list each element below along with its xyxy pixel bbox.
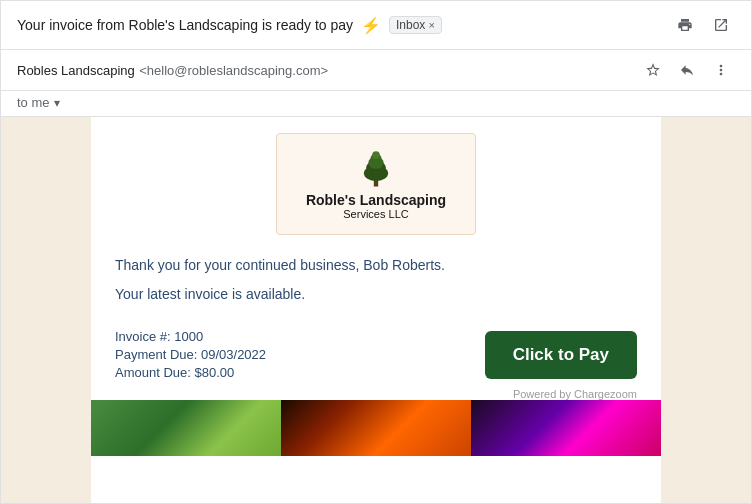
subject-row: Your invoice from Roble's Landscaping is… bbox=[17, 16, 671, 35]
amount-due: Amount Due: $80.00 bbox=[115, 365, 266, 380]
tree-icon bbox=[354, 148, 398, 192]
thumbnail-sign bbox=[471, 400, 661, 456]
more-button[interactable] bbox=[707, 56, 735, 84]
email-container: Your invoice from Roble's Landscaping is… bbox=[0, 0, 752, 504]
to-left: to me ▾ bbox=[17, 95, 60, 110]
sender-name: Robles Landscaping bbox=[17, 63, 135, 78]
sidebar-left bbox=[1, 117, 91, 503]
click-to-pay-button[interactable]: Click to Pay bbox=[485, 331, 637, 379]
company-sub: Services LLC bbox=[343, 208, 408, 220]
sender-actions bbox=[639, 56, 735, 84]
company-name: Roble's Landscaping bbox=[306, 192, 446, 208]
sidebar-right bbox=[661, 117, 751, 503]
inbox-badge[interactable]: Inbox × bbox=[389, 16, 442, 34]
to-label: to me bbox=[17, 95, 50, 110]
invoice-details: Invoice #: 1000 Payment Due: 09/03/2022 … bbox=[115, 329, 266, 380]
print-icon bbox=[677, 17, 693, 33]
header-icons bbox=[671, 11, 735, 39]
payment-due: Payment Due: 09/03/2022 bbox=[115, 347, 266, 362]
email-main: Roble's Landscaping Services LLC Thank y… bbox=[91, 117, 661, 503]
greeting-text: Thank you for your continued business, B… bbox=[115, 255, 637, 276]
external-link-icon bbox=[713, 17, 729, 33]
invoice-row: Invoice #: 1000 Payment Due: 09/03/2022 … bbox=[91, 329, 661, 384]
sender-row: Robles Landscaping <hello@robleslandscap… bbox=[1, 50, 751, 91]
email-header: Your invoice from Roble's Landscaping is… bbox=[1, 1, 751, 50]
email-content-wrapper: Roble's Landscaping Services LLC Thank y… bbox=[1, 117, 751, 503]
thumbnails-row bbox=[91, 400, 661, 456]
svg-point-5 bbox=[372, 151, 380, 159]
powered-by: Powered by Chargezoom bbox=[91, 388, 661, 400]
subject-text: Your invoice from Roble's Landscaping is… bbox=[17, 17, 353, 33]
reply-icon bbox=[679, 62, 695, 78]
sender-info: Robles Landscaping <hello@robleslandscap… bbox=[17, 61, 328, 79]
thumbnail-lights bbox=[281, 400, 471, 456]
lightning-icon: ⚡ bbox=[361, 16, 381, 35]
star-button[interactable] bbox=[639, 56, 667, 84]
to-row: to me ▾ bbox=[1, 91, 751, 117]
invoice-available-text: Your latest invoice is available. bbox=[115, 284, 637, 305]
star-icon bbox=[645, 62, 661, 78]
invoice-number: Invoice #: 1000 bbox=[115, 329, 266, 344]
sender-email: <hello@robleslandscaping.com> bbox=[139, 63, 328, 78]
logo-box: Roble's Landscaping Services LLC bbox=[276, 133, 476, 235]
reply-button[interactable] bbox=[673, 56, 701, 84]
print-button[interactable] bbox=[671, 11, 699, 39]
external-link-button[interactable] bbox=[707, 11, 735, 39]
email-body: Roble's Landscaping Services LLC Thank y… bbox=[1, 117, 751, 503]
logo-section: Roble's Landscaping Services LLC bbox=[91, 117, 661, 247]
more-icon bbox=[713, 62, 729, 78]
dropdown-arrow-icon[interactable]: ▾ bbox=[54, 96, 60, 110]
badge-close-icon[interactable]: × bbox=[428, 19, 434, 31]
thumbnail-palm bbox=[91, 400, 281, 456]
body-text: Thank you for your continued business, B… bbox=[91, 247, 661, 329]
inbox-label: Inbox bbox=[396, 18, 425, 32]
